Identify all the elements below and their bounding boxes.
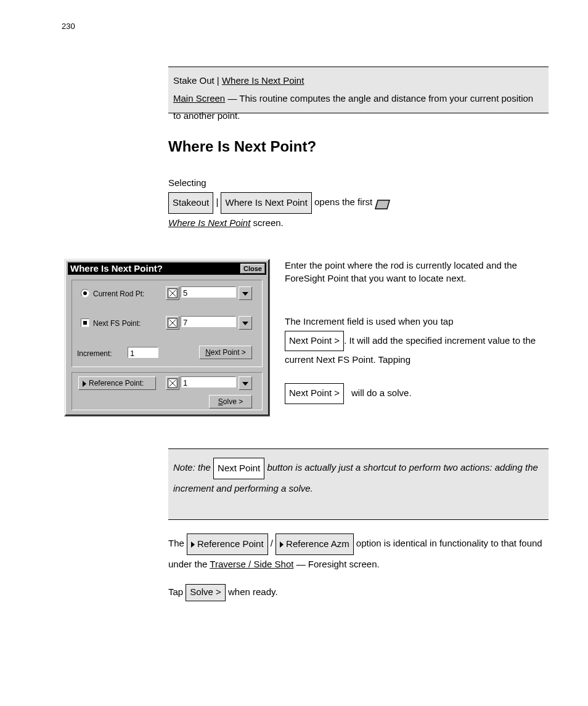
close-button[interactable]: Close xyxy=(240,264,265,274)
dialog-titlebar: Where Is Next Point? Close xyxy=(68,262,266,275)
para5-a: Tap xyxy=(168,586,186,597)
dialog-solve-button[interactable]: Solve > xyxy=(209,395,252,408)
where-is-next-point-dialog: Where Is Next Point? Close Current Rod P… xyxy=(64,259,270,416)
next-fs-dropdown[interactable] xyxy=(239,316,252,330)
next-fs-checkbox[interactable] xyxy=(81,319,89,327)
para1-end: screen. xyxy=(250,217,283,228)
current-rod-input[interactable]: 5 xyxy=(181,286,236,298)
dialog-panel-bottom: Reference Point: 1 Solve > xyxy=(71,372,263,410)
solve-rest: olve > xyxy=(223,397,243,406)
next-point-button-note[interactable]: Next Point xyxy=(213,458,264,479)
next-fs-map-icon[interactable] xyxy=(166,316,179,330)
svg-marker-0 xyxy=(375,200,390,209)
next-point-button-inline-1[interactable]: Next Point > xyxy=(285,331,344,352)
section-heading: Where Is Next Point? xyxy=(168,138,316,155)
reference-point-toggle[interactable]: Reference Point: xyxy=(78,376,156,390)
where-is-next-point-button[interactable]: Where Is Next Point xyxy=(221,192,311,214)
banner-desc: — This routine computes the angle and di… xyxy=(173,93,533,121)
banner-top: Stake Out | Where Is Next Point Main Scr… xyxy=(168,67,549,113)
traverse-side-shot-link[interactable]: Traverse / Side Shot xyxy=(210,559,293,569)
banner-note: Note: the Next Point button is actually … xyxy=(168,448,549,520)
ref-point-txt: Reference Point xyxy=(197,538,264,549)
para5-b: when ready. xyxy=(228,586,278,597)
banner-top-text: Stake Out | Where Is Next Point Main Scr… xyxy=(173,72,543,125)
para-1: Selecting Stakeout | Where Is Next Point… xyxy=(168,174,549,232)
para-3: The Increment field is used when you tap… xyxy=(285,313,549,369)
para1-mid: | xyxy=(216,197,221,207)
para1-before: Selecting xyxy=(168,177,206,188)
para4-a: The xyxy=(168,538,187,548)
current-rod-map-icon[interactable] xyxy=(166,286,179,300)
dialog-next-point-button[interactable]: Next Point > xyxy=(199,346,252,359)
ref-point-map-icon[interactable] xyxy=(166,376,179,390)
wisp-title-italic: Where Is Next Point xyxy=(168,217,250,228)
para-2: Enter the point where the rod is current… xyxy=(285,259,549,285)
note-prefix: Note: the xyxy=(173,462,213,473)
banner-prefix: Stake Out | xyxy=(173,75,222,86)
para-5: Tap Solve > when ready. xyxy=(168,584,549,601)
ref-point-label: Reference Point: xyxy=(89,379,144,387)
current-rod-radio[interactable] xyxy=(81,289,89,298)
ref-point-input[interactable]: 1 xyxy=(181,376,236,387)
triangle-right-icon xyxy=(83,381,86,387)
para3-c: will do a solve. xyxy=(351,384,412,402)
stakeout-button[interactable]: Stakeout xyxy=(168,192,213,214)
ref-azm-txt: Reference Azm xyxy=(286,538,349,549)
page-number: 230 xyxy=(62,21,75,32)
reference-azm-button[interactable]: Reference Azm xyxy=(276,534,354,555)
triangle-right-icon xyxy=(191,542,195,548)
dialog-title-text: Where Is Next Point? xyxy=(70,263,163,274)
next-fs-input[interactable]: 7 xyxy=(181,316,236,327)
para-4: The Reference Point / Reference Azm opti… xyxy=(168,534,549,574)
reference-point-button[interactable]: Reference Point xyxy=(187,534,268,555)
para3-a: The Increment field is used when you tap xyxy=(285,316,454,327)
ref-point-dropdown[interactable] xyxy=(239,376,252,390)
increment-label: Increment: xyxy=(77,349,112,358)
next-point-button-inline-2[interactable]: Next Point > xyxy=(285,383,344,404)
solve-button-inline[interactable]: Solve > xyxy=(186,584,225,601)
current-rod-dropdown[interactable] xyxy=(239,286,252,300)
banner-link-where[interactable]: Where Is Next Point xyxy=(222,75,304,86)
increment-input[interactable]: 1 xyxy=(128,347,158,358)
para1-after: opens the first xyxy=(314,197,375,207)
where-is-next-point-icon xyxy=(375,198,391,209)
dlg-next-point-rest: ext Point > xyxy=(211,348,246,357)
para4-b: / xyxy=(271,538,276,548)
para4-d: — Foresight screen. xyxy=(296,559,380,569)
dialog-panel-top: Current Rod Pt: 5 Next FS Point: 7 Incre… xyxy=(71,280,263,367)
current-rod-label: Current Rod Pt: xyxy=(93,290,144,298)
next-fs-label: Next FS Point: xyxy=(93,319,141,328)
banner-note-text: Note: the Next Point button is actually … xyxy=(173,458,543,498)
triangle-right-icon xyxy=(280,542,284,548)
banner-link-main[interactable]: Main Screen xyxy=(173,93,225,103)
